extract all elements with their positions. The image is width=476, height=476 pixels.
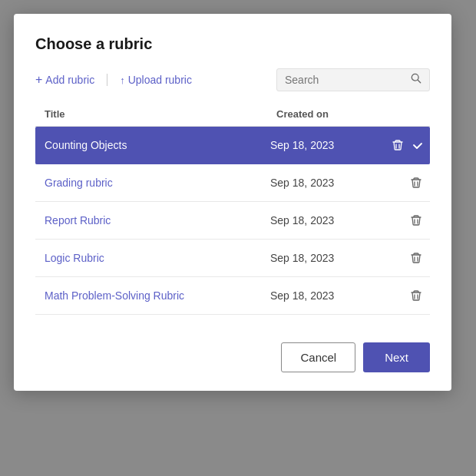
- search-box: [276, 68, 430, 91]
- rubric-actions: [378, 250, 424, 266]
- table-header: Title Created on: [35, 104, 430, 127]
- rubric-title: Grading rubric: [45, 177, 270, 189]
- upload-rubric-label: Upload rubric: [128, 74, 192, 86]
- rubric-list: Counting Objects Sep 18, 2023 Grading ru…: [35, 127, 430, 315]
- upload-icon: ↑: [120, 74, 125, 86]
- toolbar-divider: [107, 74, 107, 86]
- table-row[interactable]: Report Rubric Sep 18, 2023: [35, 202, 430, 240]
- delete-rubric-button[interactable]: [390, 137, 405, 153]
- plus-icon: +: [35, 73, 42, 87]
- search-input[interactable]: [285, 74, 406, 86]
- rubric-actions: [378, 137, 424, 153]
- rubric-title: Counting Objects: [45, 139, 270, 151]
- rubric-date: Sep 18, 2023: [270, 252, 378, 264]
- modal-title: Choose a rubric: [35, 35, 430, 53]
- choose-rubric-modal: Choose a rubric + Add rubric ↑ Upload ru…: [14, 14, 451, 391]
- delete-rubric-button[interactable]: [408, 250, 424, 266]
- modal-backdrop: Choose a rubric + Add rubric ↑ Upload ru…: [0, 0, 476, 476]
- cancel-button[interactable]: Cancel: [281, 342, 355, 372]
- table-row[interactable]: Grading rubric Sep 18, 2023: [35, 164, 430, 202]
- add-rubric-button[interactable]: + Add rubric: [35, 70, 101, 90]
- svg-line-1: [418, 80, 421, 83]
- rubric-actions: [378, 213, 424, 228]
- next-button[interactable]: Next: [363, 342, 430, 372]
- check-icon: [412, 139, 424, 151]
- rubric-date: Sep 18, 2023: [270, 177, 378, 189]
- delete-rubric-button[interactable]: [408, 175, 424, 190]
- rubric-title: Logic Rubric: [45, 252, 270, 264]
- rubric-date: Sep 18, 2023: [270, 289, 378, 302]
- table-row[interactable]: Logic Rubric Sep 18, 2023: [35, 240, 430, 277]
- col-actions-header: [384, 108, 430, 120]
- rubric-actions: [378, 175, 424, 190]
- delete-rubric-button[interactable]: [408, 213, 424, 228]
- add-rubric-label: Add rubric: [45, 74, 94, 86]
- rubric-actions: [378, 288, 424, 303]
- modal-toolbar: + Add rubric ↑ Upload rubric: [35, 68, 430, 91]
- search-icon: [411, 73, 421, 87]
- delete-rubric-button[interactable]: [408, 288, 424, 303]
- rubric-title: Report Rubric: [45, 214, 270, 226]
- upload-rubric-button[interactable]: ↑ Upload rubric: [114, 71, 198, 89]
- modal-footer: Cancel Next: [35, 336, 430, 372]
- col-title-header: Title: [45, 108, 276, 120]
- table-row[interactable]: Counting Objects Sep 18, 2023: [35, 127, 430, 164]
- rubric-title: Math Problem-Solving Rubric: [45, 289, 270, 302]
- rubric-date: Sep 18, 2023: [270, 214, 378, 226]
- table-row[interactable]: Math Problem-Solving Rubric Sep 18, 2023: [35, 277, 430, 315]
- col-created-header: Created on: [276, 108, 384, 120]
- rubric-date: Sep 18, 2023: [270, 139, 378, 151]
